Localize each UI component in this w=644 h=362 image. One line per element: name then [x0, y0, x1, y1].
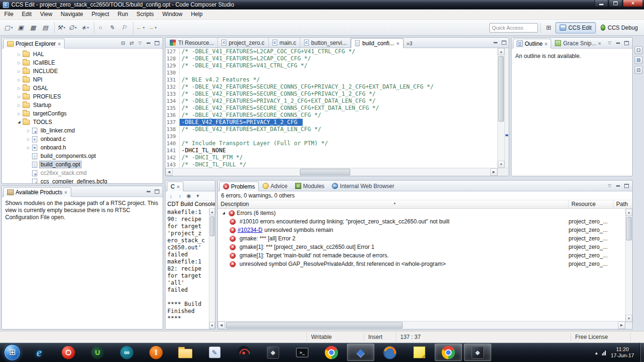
- utorrent-icon[interactable]: U: [84, 344, 111, 361]
- close-view-icon[interactable]: [598, 40, 601, 47]
- scrollbar-thumb[interactable]: [626, 217, 632, 240]
- scrollbar-thumb[interactable]: [210, 216, 215, 236]
- tree-item[interactable]: Startup: [2, 101, 163, 109]
- collapse-all-icon[interactable]: [119, 39, 127, 47]
- new-wizard-button[interactable]: ∗: [79, 22, 91, 33]
- available-products-tab[interactable]: Available Products: [3, 187, 71, 197]
- problems-group-row[interactable]: Errors (6 items): [218, 209, 632, 217]
- taskbar-clock[interactable]: 11:20 17-Jun-17: [611, 346, 634, 359]
- menu-item[interactable]: Help: [187, 9, 207, 19]
- scroll-up-icon[interactable]: [626, 209, 632, 216]
- virtualbox-icon[interactable]: ◆: [347, 344, 374, 361]
- code-line[interactable]: 138 /* -DBLE_V42_FEATURES=EXT_DATA_LEN_C…: [165, 126, 497, 133]
- code-line[interactable]: 133 /* -DBLE_V42_FEATURES=SECURE_CONNS_C…: [165, 90, 497, 98]
- code-line[interactable]: 141 -DHCI_TL_NONE: [165, 147, 497, 154]
- scroll-up-icon[interactable]: [209, 208, 215, 215]
- code-line[interactable]: 131 /* BLE v4.2 Features */: [165, 76, 497, 83]
- editor-tab[interactable]: button_servi...: [300, 38, 351, 48]
- view-menu-icon[interactable]: [605, 39, 614, 47]
- menu-item[interactable]: Navigate: [57, 9, 87, 19]
- forward-button[interactable]: →: [147, 22, 158, 33]
- ccs-edit-perspective-button[interactable]: CCS Edit: [555, 22, 596, 33]
- console-scroll-up-icon[interactable]: ↑: [176, 192, 184, 200]
- problem-row[interactable]: #10010 errors encountered during linking…: [218, 217, 632, 226]
- tree-item[interactable]: onboard.c: [2, 135, 163, 143]
- window-close-button[interactable]: [623, 0, 643, 7]
- maximize-view-icon[interactable]: [153, 39, 161, 47]
- link-with-editor-icon[interactable]: [127, 39, 136, 47]
- scroll-right-icon[interactable]: [618, 321, 625, 329]
- cube-app-icon[interactable]: ◆: [259, 344, 287, 361]
- scrollbar-thumb[interactable]: [226, 322, 403, 329]
- scrollbar-thumb[interactable]: [498, 56, 504, 122]
- maximize-editor-icon[interactable]: [500, 38, 508, 47]
- build-button[interactable]: ⚒: [54, 22, 66, 33]
- tray-expand-icon[interactable]: [595, 349, 597, 356]
- tree-item[interactable]: PROFILES: [2, 92, 163, 101]
- terminal-icon[interactable]: >_: [289, 344, 316, 361]
- tree-twisty-icon[interactable]: [16, 61, 22, 65]
- scroll-down-icon[interactable]: [626, 315, 632, 322]
- code-line[interactable]: 130: [165, 69, 497, 76]
- debug-button[interactable]: ∅: [67, 22, 78, 33]
- annotation-marker[interactable]: [505, 134, 508, 136]
- view-menu-icon[interactable]: [605, 181, 614, 190]
- problems-view-tab[interactable]: Advice: [259, 181, 291, 191]
- code-line[interactable]: 128 /* -DBLE_V41_FEATURES=L2CAP_COC_CFG …: [165, 55, 497, 62]
- tab-overflow-indicator[interactable]: »3: [404, 41, 414, 48]
- editor-tab[interactable]: main.c: [269, 38, 300, 48]
- tree-twisty-icon[interactable]: [25, 137, 32, 141]
- console-scroll-down-icon[interactable]: ↓: [167, 192, 175, 200]
- tray-network-icon[interactable]: [602, 350, 606, 355]
- tree-twisty-icon[interactable]: [16, 69, 22, 74]
- firefox-icon[interactable]: [376, 344, 404, 361]
- fast-view-icon-2[interactable]: [635, 66, 643, 74]
- editor-horizontal-scrollbar[interactable]: [165, 168, 509, 176]
- tree-item[interactable]: build_config.opt: [2, 160, 163, 169]
- tree-twisty-icon[interactable]: [16, 78, 22, 82]
- editor-app-icon[interactable]: ✎: [201, 344, 228, 361]
- console-tab[interactable]: C: [167, 181, 183, 191]
- code-line[interactable]: 136 /* -DBLE_V42_FEATURES=SECURE_CONNS_C…: [165, 112, 497, 119]
- installer-app-icon[interactable]: I: [142, 344, 170, 361]
- print-button[interactable]: ▤: [40, 22, 51, 33]
- chrome-icon[interactable]: [318, 344, 345, 361]
- scrollbar-thumb[interactable]: [300, 169, 351, 175]
- infinity-app-icon[interactable]: ∞: [113, 344, 140, 361]
- windows-explorer-icon[interactable]: [172, 344, 199, 361]
- tree-twisty-icon[interactable]: [16, 86, 22, 90]
- tree-item[interactable]: lib_linker.cmd: [2, 126, 163, 135]
- code-line[interactable]: 134 /* -DBLE_V42_FEATURES=PRIVACY_1_2_CF…: [165, 98, 497, 105]
- minimize-view-icon[interactable]: [614, 39, 622, 47]
- tree-twisty-icon[interactable]: [16, 112, 22, 116]
- close-view-icon[interactable]: [545, 41, 547, 47]
- tree-twisty-icon[interactable]: [25, 146, 32, 150]
- menu-item[interactable]: Project: [87, 9, 113, 19]
- search-button[interactable]: ○: [94, 22, 105, 33]
- save-all-button[interactable]: ▦: [27, 22, 39, 33]
- tree-item[interactable]: build_components.opt: [2, 152, 163, 160]
- fast-view-icon-1[interactable]: [635, 56, 643, 64]
- back-button[interactable]: ←: [133, 22, 146, 33]
- code-line[interactable]: 129 /* -DBLE_V41_FEATURES=V41_CTRL_CFG *…: [165, 62, 497, 69]
- show-desktop-button[interactable]: [640, 343, 644, 362]
- code-line[interactable]: 139: [165, 133, 497, 140]
- editor-tab[interactable]: project_zero.c: [218, 38, 268, 48]
- tree-item[interactable]: NPI: [2, 75, 163, 84]
- tree-twisty-icon[interactable]: [16, 52, 22, 57]
- error-code-link[interactable]: #10234-D: [238, 227, 263, 233]
- minimize-view-icon[interactable]: [614, 181, 622, 190]
- flag-button[interactable]: ⚐: [118, 22, 130, 33]
- scroll-down-icon[interactable]: [209, 322, 215, 329]
- menu-item[interactable]: File: [0, 9, 17, 19]
- tree-twisty-icon[interactable]: [16, 120, 22, 124]
- minimize-editor-icon[interactable]: [491, 38, 500, 47]
- outline-view-tab[interactable]: Grace Snip...: [551, 38, 604, 48]
- editor-vertical-scrollbar[interactable]: [497, 48, 504, 168]
- tree-twisty-icon[interactable]: [16, 103, 22, 107]
- menu-item[interactable]: View: [36, 9, 57, 19]
- editor-tab[interactable]: build_confi...: [351, 38, 404, 48]
- close-view-icon[interactable]: [58, 41, 60, 47]
- column-resource[interactable]: Resource: [569, 200, 613, 208]
- scroll-down-icon[interactable]: [498, 161, 504, 168]
